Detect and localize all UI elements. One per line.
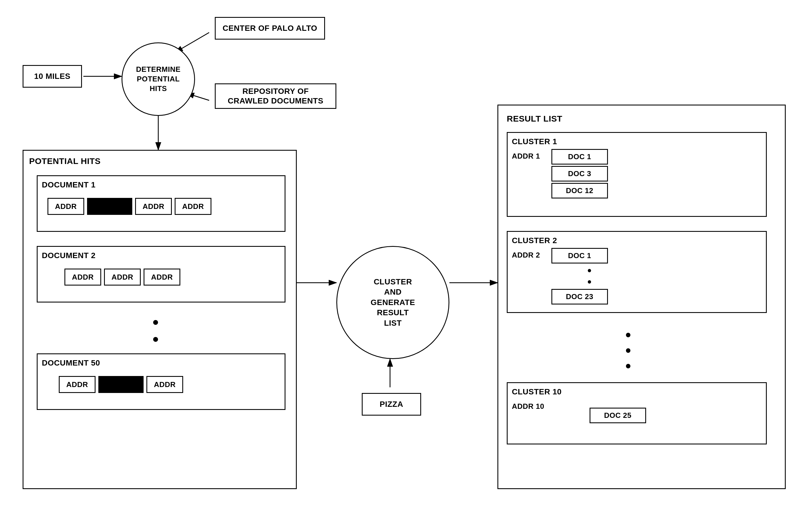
cluster1-label: CLUSTER 1 (512, 137, 557, 146)
cluster10-label: CLUSTER 10 (512, 387, 562, 396)
document50-label: DOCUMENT 50 (42, 359, 100, 368)
pizza-label: PIZZA (380, 400, 403, 409)
doc2-addr3: ADDR (143, 269, 180, 286)
svg-line-2 (175, 32, 209, 52)
doc1-black1 (87, 198, 132, 215)
cluster2-box: CLUSTER 2 ADDR 2 DOC 1 •• DOC 23 (507, 231, 767, 313)
doc1-addr2: ADDR (135, 198, 172, 215)
cluster1-doc12: DOC 12 (551, 183, 608, 198)
document1-box: DOCUMENT 1 ADDR ADDR ADDR (37, 175, 286, 232)
cluster10-box: CLUSTER 10 ADDR 10 DOC 25 (507, 382, 767, 445)
cluster2-doc23: DOC 23 (551, 289, 608, 304)
cluster10-addr: ADDR 10 (512, 402, 545, 411)
document1-label: DOCUMENT 1 (42, 180, 95, 190)
repository-box: REPOSITORY OF CRAWLED DOCUMENTS (215, 84, 336, 109)
cluster2-doc1: DOC 1 (551, 248, 608, 264)
potential-hits-title: POTENTIAL HITS (29, 156, 101, 166)
cluster-generate-circle: CLUSTER AND GENERATE RESULT LIST (336, 246, 449, 359)
doc2-addr2: ADDR (104, 269, 141, 286)
document50-box: DOCUMENT 50 ADDR ADDR (37, 354, 286, 410)
doc50-addr2: ADDR (147, 376, 183, 393)
cluster1-doc3: DOC 3 (551, 166, 608, 181)
doc50-black1 (98, 376, 143, 393)
center-palo-alto-label: CENTER OF PALO ALTO (223, 24, 317, 33)
ten-miles-label: 10 MILES (34, 72, 71, 81)
cluster2-dots: •• (551, 265, 608, 287)
cluster10-doc25: DOC 25 (589, 408, 646, 423)
ten-miles-box: 10 MILES (22, 65, 82, 88)
center-palo-alto-box: CENTER OF PALO ALTO (215, 17, 325, 40)
repository-label: REPOSITORY OF CRAWLED DOCUMENTS (228, 87, 323, 105)
result-list-title: RESULT LIST (507, 114, 563, 123)
cluster2-addr: ADDR 2 (512, 251, 540, 259)
determine-hits-label: DETERMINE POTENTIAL HITS (136, 65, 181, 93)
doc1-addr3: ADDR (175, 198, 211, 215)
document2-label: DOCUMENT 2 (42, 251, 95, 260)
cluster1-box: CLUSTER 1 ADDR 1 DOC 1 DOC 3 DOC 12 (507, 132, 767, 217)
cluster2-label: CLUSTER 2 (512, 236, 557, 245)
ellipsis-dots: •• (153, 314, 158, 348)
document2-box: DOCUMENT 2 ADDR ADDR ADDR (37, 246, 286, 302)
doc2-addr1: ADDR (64, 269, 101, 286)
doc50-addr1: ADDR (59, 376, 95, 393)
pizza-box: PIZZA (362, 393, 421, 416)
cluster-generate-label: CLUSTER AND GENERATE RESULT LIST (370, 277, 415, 328)
cluster1-doc1: DOC 1 (551, 149, 608, 165)
cluster-ellipsis: ••• (614, 327, 642, 374)
doc1-addr1: ADDR (47, 198, 84, 215)
result-list-container: RESULT LIST CLUSTER 1 ADDR 1 DOC 1 DOC 3… (497, 105, 786, 489)
cluster1-addr: ADDR 1 (512, 152, 540, 161)
determine-hits-circle: DETERMINE POTENTIAL HITS (122, 42, 195, 116)
